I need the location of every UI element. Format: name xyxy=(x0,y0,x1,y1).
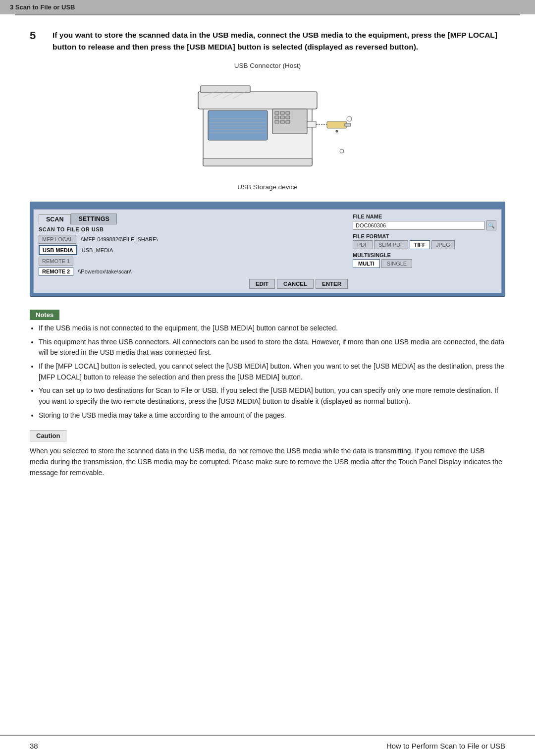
note-item-5: Storing to the USB media may take a time… xyxy=(39,410,505,421)
btn-remote1[interactable]: REMOTE 1 xyxy=(39,257,73,266)
svg-rect-17 xyxy=(327,121,347,128)
screen-top-bar xyxy=(30,202,505,209)
btn-mfp-local[interactable]: MFP LOCAL xyxy=(39,235,76,244)
format-row: PDF SLIM PDF TIFF JPEG xyxy=(353,240,496,249)
screen-left: SCAN SETTINGS SCAN TO FILE OR USB MFP LO… xyxy=(39,214,348,289)
multisingle-row: MULTI SINGLE xyxy=(353,259,496,268)
usb-connector-label: USB Connector (Host) xyxy=(234,62,301,69)
dest-row-mfp: MFP LOCAL \\MFP-04998820\FILE_SHARE\ xyxy=(39,235,348,244)
caution-section: Caution When you selected to store the s… xyxy=(30,430,505,479)
bottom-title: How to Perform Scan to File or USB xyxy=(386,742,505,750)
dest-row-usb: USB MEDIA USB_MEDIA xyxy=(39,245,348,255)
breadcrumb: 3 Scan to File or USB xyxy=(0,0,535,14)
usb-storage-label: USB Storage device xyxy=(237,183,298,191)
svg-point-19 xyxy=(336,130,338,132)
btn-remote2[interactable]: REMOTE 2 xyxy=(39,267,73,276)
btn-slim-pdf[interactable]: SLIM PDF xyxy=(374,240,408,249)
svg-rect-12 xyxy=(286,120,290,123)
screen-main: SCAN SETTINGS SCAN TO FILE OR USB MFP LO… xyxy=(33,209,502,293)
tab-bar: SCAN SETTINGS xyxy=(39,214,348,224)
dest-remote2-path: \\Powerbox\take\scan\ xyxy=(75,268,134,275)
tab-scan[interactable]: SCAN xyxy=(39,214,71,224)
device-illustration xyxy=(173,72,362,181)
caution-header: Caution xyxy=(30,430,66,441)
note-item-2: This equipment has three USB connectors.… xyxy=(39,337,505,358)
scan-to-file-label: SCAN TO FILE OR USB xyxy=(39,226,348,232)
btn-enter[interactable]: ENTER xyxy=(316,279,348,289)
btn-cancel[interactable]: CANCEL xyxy=(277,279,314,289)
svg-point-30 xyxy=(340,149,344,153)
btn-edit[interactable]: EDIT xyxy=(249,279,275,289)
dest-mfp-path: \\MFP-04998820\FILE_SHARE\ xyxy=(78,235,160,243)
notes-list: If the USB media is not connected to the… xyxy=(39,323,505,421)
step-row: 5 If you want to store the scanned data … xyxy=(30,29,505,53)
btn-jpeg[interactable]: JPEG xyxy=(431,240,455,249)
notes-header: Notes xyxy=(30,310,59,320)
image-area: USB Connector (Host) xyxy=(30,62,505,191)
step-text: If you want to store the scanned data in… xyxy=(53,29,505,53)
filename-row: DOC060306 🔍 xyxy=(353,220,496,230)
tab-settings[interactable]: SETTINGS xyxy=(71,214,117,224)
svg-rect-7 xyxy=(275,116,279,119)
device-svg xyxy=(173,72,362,181)
screen-panel: SCAN SETTINGS SCAN TO FILE OR USB MFP LO… xyxy=(30,202,505,297)
search-icon-btn[interactable]: 🔍 xyxy=(486,220,496,230)
file-name-label: FILE NAME xyxy=(353,214,496,219)
screen-right: FILE NAME DOC060306 🔍 FILE FORMAT PDF SL… xyxy=(353,214,496,289)
dest-usb-path: USB_MEDIA xyxy=(79,246,116,254)
svg-rect-11 xyxy=(280,120,284,123)
svg-rect-15 xyxy=(307,121,316,127)
svg-rect-4 xyxy=(275,111,279,114)
svg-rect-10 xyxy=(275,120,279,123)
notes-section: Notes If the USB media is not connected … xyxy=(30,310,505,421)
filename-input[interactable]: DOC060306 xyxy=(353,221,484,230)
btn-usb-media[interactable]: USB MEDIA xyxy=(39,245,77,255)
note-item-1: If the USB media is not connected to the… xyxy=(39,323,505,334)
btn-tiff[interactable]: TIFF xyxy=(410,240,430,249)
file-format-label: FILE FORMAT xyxy=(353,233,496,239)
svg-rect-18 xyxy=(345,123,351,126)
step-section: 5 If you want to store the scanned data … xyxy=(30,29,505,191)
svg-rect-9 xyxy=(286,116,290,119)
bottom-bar: 38 How to Perform Scan to File or USB xyxy=(0,735,535,756)
svg-point-29 xyxy=(347,116,352,121)
page-number: 38 xyxy=(30,742,38,750)
dest-row-remote1: REMOTE 1 xyxy=(39,257,348,266)
top-divider xyxy=(15,14,520,15)
svg-rect-6 xyxy=(286,111,290,114)
svg-rect-13 xyxy=(208,110,268,140)
btn-multi[interactable]: MULTI xyxy=(353,259,380,268)
svg-rect-5 xyxy=(280,111,284,114)
btn-single[interactable]: SINGLE xyxy=(381,259,412,268)
note-item-3: If the [MFP LOCAL] button is selected, y… xyxy=(39,361,505,382)
multi-single-label: MULTI/SINGLE xyxy=(353,252,496,258)
svg-rect-8 xyxy=(280,116,284,119)
step-number: 5 xyxy=(30,29,45,42)
btn-pdf[interactable]: PDF xyxy=(353,240,373,249)
action-bar: EDIT CANCEL ENTER xyxy=(39,279,348,289)
svg-rect-14 xyxy=(203,159,312,166)
dest-row-remote2: REMOTE 2 \\Powerbox\take\scan\ xyxy=(39,267,348,276)
caution-text: When you selected to store the scanned d… xyxy=(30,445,505,479)
svg-rect-1 xyxy=(198,92,317,109)
note-item-4: You can set up to two destinations for S… xyxy=(39,385,505,407)
